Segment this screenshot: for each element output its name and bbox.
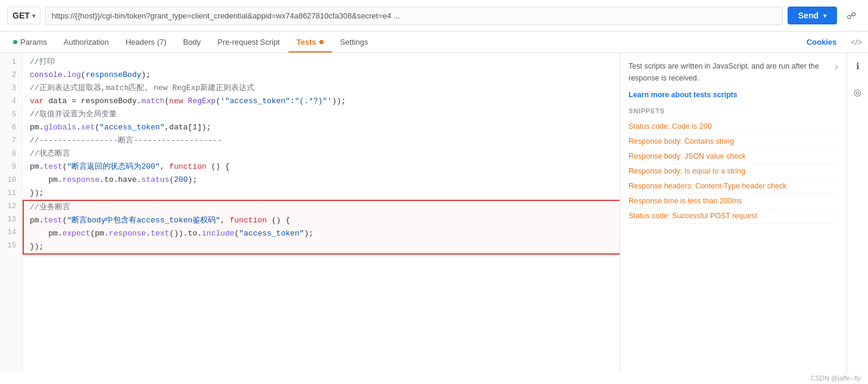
- tab-settings[interactable]: Settings: [332, 32, 377, 52]
- tab-headers-label: Headers (7): [126, 38, 167, 47]
- snippet-equal-string[interactable]: Response body: Is equal to a string: [629, 164, 838, 179]
- tabs-bar: Params Authorization Headers (7) Body Pr…: [0, 32, 868, 53]
- snippets-label: SNIPPETS: [629, 107, 838, 114]
- right-panel-description: Test scripts are written in JavaScript, …: [629, 60, 829, 84]
- code-line-1: //打印: [30, 55, 620, 69]
- code-line-14: pm.expect(pm.response.text()).to.include…: [30, 227, 618, 240]
- ln-8: 8: [0, 147, 22, 160]
- snippet-body-contains[interactable]: Response body: Contains string: [629, 134, 838, 149]
- ln-11: 11: [0, 187, 22, 200]
- code-line-13: pm.test("断言body中包含有access_token鉴权码", fun…: [30, 214, 618, 227]
- snippet-successful-post[interactable]: Status code: Successful POST request: [629, 209, 838, 224]
- params-dot: [13, 40, 17, 44]
- snippet-content-type[interactable]: Response headers: Content-Type header ch…: [629, 179, 838, 194]
- learn-more-link[interactable]: Learn more about tests scripts: [629, 91, 738, 99]
- code-line-2: console.log(responseBody);: [30, 69, 620, 82]
- code-line-4: var data = responseBody.match(new RegExp…: [30, 95, 620, 108]
- code-area: 1 2 3 4 5 6 7 8 9 10 11 12 13 14 15 //打印: [0, 53, 620, 373]
- code-line-12: //业务断言: [30, 201, 618, 214]
- location-icon[interactable]: ◎: [850, 84, 866, 101]
- code-line-3: //正则表达式提取器,match匹配, new RegExp新建正则表达式: [30, 82, 620, 95]
- code-line-7: //-----------------断言-------------------: [30, 134, 620, 147]
- tests-dot: [319, 40, 323, 44]
- line-numbers: 1 2 3 4 5 6 7 8 9 10 11 12 13 14 15: [0, 53, 23, 373]
- ln-2: 2: [0, 69, 22, 82]
- ln-7: 7: [0, 134, 22, 147]
- tab-body-label: Body: [183, 38, 201, 47]
- ln-10: 10: [0, 174, 22, 187]
- info-icon[interactable]: ℹ: [850, 58, 866, 75]
- tab-authorization[interactable]: Authorization: [55, 32, 117, 52]
- tab-tests[interactable]: Tests: [288, 32, 332, 52]
- code-line-11: });: [30, 187, 620, 200]
- ln-15: 15: [0, 239, 22, 252]
- method-label: GET: [13, 11, 30, 20]
- code-lines: //打印 console.log(responseBody); //正则表达式提…: [23, 53, 620, 373]
- tab-settings-label: Settings: [340, 38, 368, 47]
- tab-prerequest[interactable]: Pre-request Script: [209, 32, 288, 52]
- snippet-response-time[interactable]: Response time is less than 200ms: [629, 194, 838, 209]
- snippets-list: Status code: Code is 200 Response body: …: [629, 119, 838, 224]
- url-bar: GET ▾ Send ▾ ☍: [0, 0, 868, 32]
- ln-5: 5: [0, 108, 22, 121]
- tab-params[interactable]: Params: [5, 32, 55, 52]
- snippet-json-check[interactable]: Response body: JSON value check: [629, 149, 838, 164]
- send-label: Send: [798, 11, 819, 20]
- ln-1: 1: [0, 55, 22, 69]
- code-line-9: pm.test("断言返回的状态码为200", function () {: [30, 160, 620, 174]
- code-line-15: });: [30, 240, 618, 253]
- ln-9: 9: [0, 160, 22, 174]
- tab-prerequest-label: Pre-request Script: [217, 38, 280, 47]
- method-select[interactable]: GET ▾: [7, 7, 41, 24]
- tab-authorization-label: Authorization: [64, 38, 109, 47]
- code-line-5: //取值并设置为全局变量: [30, 108, 620, 121]
- code-line-10: pm.response.to.have.status(200);: [30, 174, 620, 187]
- expand-icon[interactable]: ›: [835, 60, 838, 73]
- tab-tests-label: Tests: [297, 38, 316, 47]
- tab-code[interactable]: </>: [845, 32, 868, 52]
- tab-headers[interactable]: Headers (7): [117, 32, 175, 52]
- highlighted-block: //业务断言 pm.test("断言body中包含有access_token鉴权…: [23, 200, 620, 255]
- code-editor[interactable]: 1 2 3 4 5 6 7 8 9 10 11 12 13 14 15 //打印: [0, 53, 620, 373]
- ln-6: 6: [0, 121, 22, 134]
- tab-params-label: Params: [20, 38, 47, 47]
- snippet-status-200[interactable]: Status code: Code is 200: [629, 119, 838, 134]
- method-chevron: ▾: [32, 13, 35, 19]
- tab-body[interactable]: Body: [175, 32, 209, 52]
- ln-14: 14: [0, 226, 22, 239]
- right-panel: Test scripts are written in JavaScript, …: [620, 53, 847, 373]
- tab-cookies[interactable]: Cookies: [798, 32, 845, 52]
- right-icons: ℹ ◎: [847, 53, 868, 373]
- main-content: 1 2 3 4 5 6 7 8 9 10 11 12 13 14 15 //打印: [0, 53, 868, 373]
- ln-3: 3: [0, 82, 22, 95]
- send-button[interactable]: Send ▾: [788, 7, 837, 24]
- ln-4: 4: [0, 95, 22, 108]
- code-line-8: //状态断言: [30, 147, 620, 160]
- ln-13: 13: [0, 213, 22, 226]
- send-chevron: ▾: [823, 13, 826, 19]
- url-input[interactable]: [45, 7, 783, 25]
- comment-icon[interactable]: ☍: [842, 6, 861, 25]
- ln-12: 12: [0, 200, 22, 213]
- code-line-6: pm.globals.set("access_token",data[1]);: [30, 121, 620, 134]
